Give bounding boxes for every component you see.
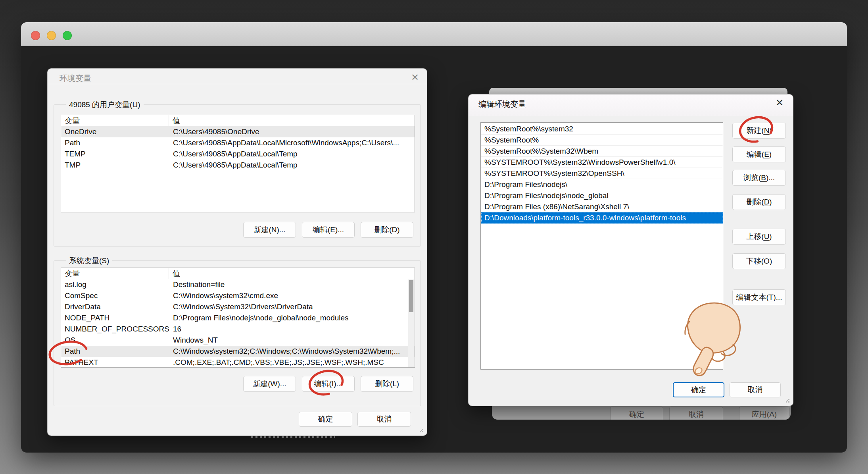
var-value: C:\Users\49085\OneDrive [169,126,415,137]
path-list-item[interactable]: %SYSTEMROOT%\System32\WindowsPowerShell\… [481,157,723,168]
var-value: C:\Users\49085\AppData\Local\Microsoft\W… [169,137,415,148]
mnemonic: T [769,293,774,302]
close-icon[interactable]: ✕ [776,98,784,108]
path-list-item[interactable]: %SystemRoot%\system32 [481,123,723,135]
mnemonic: O [764,257,770,266]
column-header-value[interactable]: 值 [169,115,415,126]
mnemonic: D [764,198,770,206]
path-list-item[interactable]: %SystemRoot%\System32\Wbem [481,146,723,157]
label-part: 编辑文本( [736,292,768,303]
var-value: C:\Users\49085\AppData\Local\Temp [169,148,415,160]
macos-titlebar[interactable] [21,22,847,46]
move-down-button[interactable]: 下移(O) [732,253,786,269]
vertical-scrollbar[interactable] [408,279,414,367]
label-part: )... [773,293,782,302]
background-apply-button[interactable]: 应用(A) [739,407,789,420]
system-var-row[interactable]: ComSpec C:\Windows\system32\cmd.exe [61,290,415,301]
system-var-row[interactable]: Path C:\Windows\system32;C:\Windows;C:\W… [61,346,415,357]
user-var-row[interactable]: Path C:\Users\49085\AppData\Local\Micros… [61,137,415,148]
mnemonic: B [761,173,766,182]
dialog-title: 编辑环境变量 [478,99,526,110]
ok-button[interactable]: 确定 [299,412,352,427]
user-variables-table[interactable]: 变量 值 OneDrive C:\Users\49085\OneDrive Pa… [61,115,415,212]
resize-grip-icon[interactable] [418,427,424,433]
user-edit-button[interactable]: 编辑(E)... [302,222,355,238]
move-up-button[interactable]: 上移(U) [732,229,786,245]
label-part: ) [769,126,772,135]
path-list-item[interactable]: D:\Downloads\platform-tools_r33.0.0-wind… [481,212,723,224]
dimmed-window-artifact [251,436,335,438]
var-name: TEMP [61,148,169,160]
column-header-value[interactable]: 值 [169,268,415,279]
path-list-item[interactable]: %SYSTEMROOT%\System32\OpenSSH\ [481,168,723,179]
system-variables-table[interactable]: 变量 值 asl.log Destination=file ComSpec C:… [61,268,415,368]
edit-button[interactable]: 编辑(E) [732,146,786,162]
var-name: PATHEXT [61,357,169,368]
table-header: 变量 值 [61,268,415,279]
var-value: 16 [169,324,415,335]
path-list-item[interactable]: D:\Program Files\nodejs\ [481,179,723,190]
var-name: Path [61,346,169,357]
var-value: C:\Windows\System32\Drivers\DriverData [169,301,415,312]
path-list-item[interactable]: D:\Program Files\nodejs\node_global [481,190,723,201]
system-var-row[interactable]: OS Windows_NT [61,335,415,346]
label-part: 上移( [746,231,764,242]
var-name: NUMBER_OF_PROCESSORS [61,324,169,335]
user-var-row[interactable]: TEMP C:\Users\49085\AppData\Local\Temp [61,148,415,160]
label-part: ) [769,198,772,206]
titlebar-divider [48,84,427,84]
system-edit-button[interactable]: 编辑(I)... [302,376,355,392]
table-header: 变量 值 [61,115,415,126]
label-part: 下移( [746,256,764,266]
path-list-item[interactable]: D:\Program Files (x86)\NetSarang\Xshell … [481,201,723,212]
system-var-row[interactable]: NODE_PATH D:\Program Files\nodejs\node_g… [61,312,415,324]
cancel-button[interactable]: 取消 [357,412,411,427]
label-part: 浏览( [743,173,761,183]
edit-text-button[interactable]: 编辑文本(T)... [732,289,786,305]
system-var-row[interactable]: NUMBER_OF_PROCESSORS 16 [61,324,415,335]
system-new-button[interactable]: 新建(W)... [243,376,296,392]
ok-button[interactable]: 确定 [673,382,724,397]
path-list[interactable]: %SystemRoot%\system32 %SystemRoot% %Syst… [480,122,723,370]
user-var-row[interactable]: TMP C:\Users\49085\AppData\Local\Temp [61,160,415,171]
label-part: 删除( [746,197,764,207]
mnemonic: E [764,150,769,159]
var-value: D:\Program Files\nodejs\node_global\node… [169,312,415,324]
var-name: DriverData [61,301,169,312]
minimize-traffic-light-icon[interactable] [47,31,56,40]
var-name: NODE_PATH [61,312,169,324]
close-traffic-light-icon[interactable] [31,31,40,40]
close-icon[interactable]: ✕ [411,73,419,82]
system-var-row[interactable]: PATHEXT .COM;.EXE;.BAT;.CMD;.VBS;.VBE;.J… [61,357,415,368]
var-name: asl.log [61,279,169,290]
delete-button[interactable]: 删除(D) [732,194,786,210]
cancel-button[interactable]: 取消 [730,382,781,397]
zoom-traffic-light-icon[interactable] [63,31,72,40]
desktop-background: 确定 取消 应用(A) 环境变量 ✕ 49085 的用户变量(U) 变量 值 O… [0,0,868,474]
browse-button[interactable]: 浏览(B)... [732,170,786,186]
system-variables-group-label: 系统变量(S) [66,256,112,266]
user-var-row[interactable]: OneDrive C:\Users\49085\OneDrive [61,126,415,137]
column-header-variable[interactable]: 变量 [61,115,169,126]
label-part: ) [770,257,772,266]
dialog-title: 环境变量 [60,73,91,84]
background-cancel-button[interactable]: 取消 [669,407,723,420]
resize-grip-icon[interactable] [784,397,790,403]
scrollbar-thumb[interactable] [409,280,413,312]
system-delete-button[interactable]: 删除(L) [361,376,413,392]
column-header-variable[interactable]: 变量 [61,268,169,279]
var-value: C:\Users\49085\AppData\Local\Temp [169,160,415,171]
var-name: ComSpec [61,290,169,301]
new-button[interactable]: 新建(N) [732,123,786,139]
var-name: OS [61,335,169,346]
background-ok-button[interactable]: 确定 [610,407,663,420]
path-list-item[interactable]: %SystemRoot% [481,135,723,146]
var-name: TMP [61,160,169,171]
var-value: .COM;.EXE;.BAT;.CMD;.VBS;.VBE;.JS;.JSE;.… [169,357,415,368]
user-new-button[interactable]: 新建(N)... [243,222,296,238]
var-name: Path [61,137,169,148]
system-var-row[interactable]: DriverData C:\Windows\System32\Drivers\D… [61,301,415,312]
system-var-row[interactable]: asl.log Destination=file [61,279,415,290]
user-delete-button[interactable]: 删除(D) [361,222,413,238]
label-part: 编辑( [747,149,764,160]
